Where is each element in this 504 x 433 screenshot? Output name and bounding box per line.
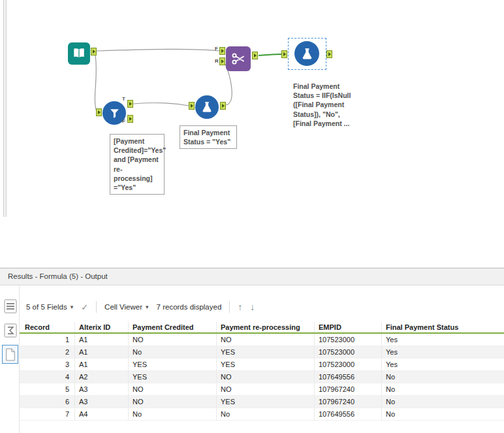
- formula2-output-anchor[interactable]: [326, 50, 332, 58]
- cell: No: [129, 408, 217, 420]
- cell: No: [217, 408, 315, 420]
- column-header[interactable]: Payment Credited: [129, 322, 217, 332]
- cell: NO: [129, 334, 217, 345]
- join-bottom-label: R: [215, 59, 219, 64]
- cell: A1: [75, 359, 129, 370]
- results-view-strip: [0, 285, 20, 433]
- join-output-anchor[interactable]: [252, 52, 258, 59]
- formula2-annotation[interactable]: Final Payment Status = IIF(IsNull ([Fina…: [290, 80, 363, 130]
- cell: Yes: [382, 334, 504, 345]
- cell: No: [129, 346, 217, 358]
- cell: Yes: [382, 346, 504, 358]
- record-cell: 2: [20, 346, 75, 358]
- workflow-canvas[interactable]: T F F R: [0, 0, 504, 268]
- cell: YES: [217, 396, 315, 408]
- filter-annotation[interactable]: [Payment Credited]="Yes" and [Payment re…: [110, 134, 165, 195]
- table-row[interactable]: 2 A1 No YES 107523000 Yes: [20, 346, 504, 359]
- cell: No: [382, 371, 504, 383]
- sigma-icon: [4, 323, 17, 338]
- column-header[interactable]: Record: [20, 322, 75, 332]
- summary-view-button[interactable]: [3, 321, 18, 339]
- cell: 107649556: [315, 371, 382, 383]
- table-row[interactable]: 6 A3 NO YES 107967240 No: [20, 396, 504, 408]
- cell: 107967240: [315, 383, 382, 395]
- cell: No: [382, 408, 504, 420]
- wire-join-to-formula2-selected[interactable]: [259, 54, 281, 56]
- cell: YES: [217, 346, 315, 358]
- cell: YES: [129, 371, 217, 383]
- join-top-input-anchor[interactable]: [219, 47, 225, 55]
- formula-annotation[interactable]: Final Payment Status = "Yes": [180, 125, 237, 149]
- rows-view-button[interactable]: [3, 297, 18, 315]
- checkmark-icon[interactable]: ✓: [81, 302, 88, 312]
- cell: A3: [75, 383, 129, 395]
- formula-tool[interactable]: [195, 95, 219, 119]
- column-header[interactable]: EMPID: [315, 322, 382, 332]
- table-row[interactable]: 4 A2 YES NO 107649556 No: [20, 371, 504, 383]
- cell: YES: [129, 359, 217, 370]
- input-data-tool[interactable]: [68, 42, 90, 65]
- toolbar-separator: [229, 301, 230, 313]
- arrow-up-icon[interactable]: ↑: [238, 302, 242, 312]
- results-panel: Results - Formula (5) - Output ·····: [0, 268, 504, 433]
- chevron-down-icon: ▾: [71, 304, 74, 310]
- results-body: ·····: [0, 285, 504, 433]
- wire-filter-to-formula[interactable]: [133, 103, 189, 106]
- formula2-input-anchor[interactable]: [281, 50, 287, 58]
- cell: Yes: [382, 359, 504, 370]
- flask-icon: [200, 101, 213, 114]
- column-header[interactable]: Final Payment Status: [382, 322, 504, 332]
- cell-viewer-dropdown[interactable]: Cell Viewer ▾: [104, 303, 148, 311]
- cell: NO: [129, 396, 217, 408]
- cell: 107523000: [315, 334, 382, 345]
- cell: No: [382, 396, 504, 408]
- join-bottom-input-anchor[interactable]: [219, 57, 225, 65]
- toolbar-separator: [96, 301, 97, 313]
- filter-false-label: F: [122, 119, 125, 124]
- filter-input-anchor[interactable]: [96, 108, 102, 116]
- cell: A3: [75, 396, 129, 408]
- record-cell: 4: [20, 371, 75, 383]
- cell: NO: [217, 334, 315, 345]
- flask-icon: [300, 47, 314, 61]
- record-cell: 1: [20, 334, 75, 345]
- chevron-down-icon: ▾: [146, 304, 149, 310]
- cell: 107523000: [315, 346, 382, 358]
- filter-true-label: T: [122, 97, 125, 102]
- cell: No: [382, 383, 504, 395]
- book-icon: [72, 47, 86, 60]
- alteryx-designer-window: T F F R: [0, 0, 504, 433]
- formula2-tool-selected[interactable]: [294, 41, 319, 66]
- join-top-label: F: [215, 46, 218, 52]
- table-header: Record Alterix ID Payment Credited Payme…: [20, 322, 504, 334]
- page-icon: [5, 348, 16, 361]
- input-output-anchor[interactable]: [91, 48, 97, 56]
- column-header[interactable]: Payment re-processing: [217, 322, 315, 332]
- column-header[interactable]: Alterix ID: [75, 322, 129, 332]
- cell-viewer-label: Cell Viewer: [104, 303, 142, 311]
- formula-input-anchor[interactable]: [189, 102, 195, 110]
- formula-output-anchor[interactable]: [220, 102, 226, 110]
- cell: NO: [217, 383, 315, 395]
- table-row[interactable]: 5 A3 NO NO 107967240 No: [20, 383, 504, 396]
- cell: YES: [217, 359, 315, 370]
- arrow-down-icon[interactable]: ↓: [250, 302, 255, 312]
- fields-dropdown[interactable]: 5 of 5 Fields ▾: [26, 303, 73, 311]
- fields-dropdown-label: 5 of 5 Fields: [26, 303, 67, 311]
- funnel-icon: [108, 107, 121, 120]
- page-view-button[interactable]: [2, 345, 18, 364]
- wire-input-to-join[interactable]: [97, 49, 220, 51]
- join-tool[interactable]: [226, 46, 251, 71]
- record-cell: 6: [20, 396, 75, 408]
- table-row[interactable]: 7 A4 No No 107649556 No: [20, 408, 504, 421]
- filter-false-anchor[interactable]: [127, 115, 133, 123]
- table-row[interactable]: 1 A1 NO NO 107523000 Yes: [20, 334, 504, 346]
- cell: NO: [217, 371, 315, 383]
- record-cell: 3: [20, 359, 75, 370]
- results-toolbar: 5 of 5 Fields ▾ ✓ Cell Viewer ▾ 7 record…: [20, 297, 255, 317]
- filter-true-anchor[interactable]: [127, 100, 133, 108]
- results-table: Record Alterix ID Payment Credited Payme…: [20, 322, 504, 421]
- table-row[interactable]: 3 A1 YES YES 107523000 Yes: [20, 359, 504, 371]
- wire-input-to-filter[interactable]: [95, 55, 97, 112]
- results-panel-title: Results - Formula (5) - Output: [0, 268, 504, 285]
